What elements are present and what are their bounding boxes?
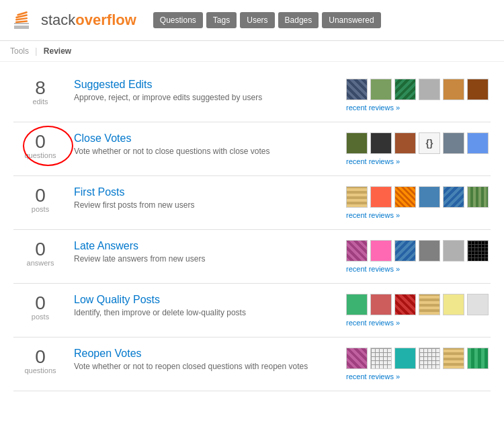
avatar-3-1 <box>370 240 392 262</box>
review-item-reopen-votes: 0questionsReopen VotesVote whether or no… <box>13 337 491 391</box>
nav-btn-badges[interactable]: Badges <box>278 12 319 28</box>
info-col-suggested-edits: Suggested EditsApprove, reject, or impro… <box>67 79 336 102</box>
avatar-1-1 <box>370 132 392 154</box>
avatars-col-first-posts: recent reviews » <box>336 186 491 219</box>
avatar-4-1 <box>370 294 392 315</box>
svg-rect-2 <box>14 28 29 29</box>
main-content: 8editsSuggested EditsApprove, reject, or… <box>0 62 504 398</box>
avatar-4-4 <box>443 294 464 315</box>
avatar-3-2 <box>394 240 416 262</box>
count-label-suggested-edits: edits <box>13 97 67 106</box>
review-desc-reopen-votes: Vote whether or not to reopen closed que… <box>74 362 336 371</box>
count-num-late-answers: 0 <box>35 239 46 260</box>
info-col-reopen-votes: Reopen VotesVote whether or not to reope… <box>67 348 336 371</box>
review-desc-first-posts: Review first posts from new users <box>74 200 336 210</box>
avatar-3-3 <box>419 240 440 262</box>
nav-btn-unanswered[interactable]: Unanswered <box>322 12 380 28</box>
avatar-4-5 <box>467 294 489 315</box>
logo-suffix: overflow <box>75 11 136 28</box>
avatars-col-close-votes: {}recent reviews » <box>336 132 491 165</box>
count-label-first-posts: posts <box>13 205 67 213</box>
count-num-suggested-edits: 8 <box>35 77 46 98</box>
info-col-late-answers: Late AnswersReview late answers from new… <box>67 240 336 264</box>
avatar-4-0 <box>346 294 368 315</box>
avatar-5-5 <box>467 348 489 369</box>
header: stackoverflow QuestionsTagsUsersBadgesUn… <box>0 0 504 41</box>
avatar-0-0 <box>346 79 368 100</box>
nav-btn-questions[interactable]: Questions <box>153 12 203 28</box>
review-item-suggested-edits: 8editsSuggested EditsApprove, reject, or… <box>13 69 491 122</box>
count-col-low-quality-posts: 0posts <box>13 294 67 321</box>
count-num-first-posts: 0 <box>35 185 46 206</box>
count-num-close-votes: 0 <box>35 131 46 152</box>
avatar-row-first-posts <box>346 186 491 208</box>
review-title-first-posts[interactable]: First Posts <box>74 186 125 198</box>
avatars-col-reopen-votes: recent reviews » <box>336 348 491 381</box>
svg-rect-0 <box>14 26 29 28</box>
recent-reviews-close-votes[interactable]: recent reviews » <box>346 157 491 165</box>
info-col-low-quality-posts: Low Quality PostsIdentify, then improve … <box>67 294 336 317</box>
avatar-1-0 <box>346 132 368 154</box>
avatar-1-3: {} <box>419 132 440 154</box>
review-title-suggested-edits[interactable]: Suggested Edits <box>74 79 153 90</box>
logo-icon <box>10 7 37 34</box>
count-num-reopen-votes: 0 <box>35 346 46 367</box>
avatar-2-3 <box>419 186 440 208</box>
avatar-0-4 <box>443 79 464 100</box>
review-title-low-quality-posts[interactable]: Low Quality Posts <box>74 294 160 305</box>
avatar-2-5 <box>467 186 489 208</box>
avatar-2-2 <box>394 186 416 208</box>
count-col-suggested-edits: 8edits <box>13 79 67 106</box>
review-desc-close-votes: Vote whether or not to close questions w… <box>74 147 336 156</box>
review-title-reopen-votes[interactable]: Reopen Votes <box>74 348 142 359</box>
avatar-0-2 <box>394 79 416 100</box>
avatar-row-reopen-votes <box>346 348 491 369</box>
breadcrumb-tools[interactable]: Tools <box>10 46 29 56</box>
avatar-2-4 <box>443 186 464 208</box>
avatar-row-close-votes: {} <box>346 132 491 154</box>
logo-text: stackoverflow <box>41 11 136 29</box>
review-item-first-posts: 0postsFirst PostsReview first posts from… <box>13 176 491 230</box>
review-title-late-answers[interactable]: Late Answers <box>74 240 138 251</box>
review-desc-late-answers: Review late answers from new users <box>74 254 336 264</box>
nav-btn-tags[interactable]: Tags <box>206 12 237 28</box>
recent-reviews-suggested-edits[interactable]: recent reviews » <box>346 104 491 112</box>
avatar-3-0 <box>346 240 368 262</box>
review-title-close-votes[interactable]: Close Votes <box>74 132 131 144</box>
recent-reviews-first-posts[interactable]: recent reviews » <box>346 211 491 219</box>
avatars-col-late-answers: recent reviews » <box>336 240 491 273</box>
logo-prefix: stack <box>41 11 75 28</box>
avatar-0-5 <box>467 79 489 100</box>
count-num-low-quality-posts: 0 <box>35 292 46 313</box>
recent-reviews-late-answers[interactable]: recent reviews » <box>346 265 491 273</box>
nav-buttons: QuestionsTagsUsersBadgesUnanswered <box>150 12 381 28</box>
avatar-1-4 <box>443 132 464 154</box>
nav-btn-users[interactable]: Users <box>240 12 274 28</box>
avatar-0-1 <box>370 79 392 100</box>
count-col-reopen-votes: 0questions <box>13 348 67 374</box>
circled-count: 0 <box>35 132 46 151</box>
count-label-reopen-votes: questions <box>13 366 67 374</box>
count-label-low-quality-posts: posts <box>13 313 67 321</box>
avatar-2-1 <box>370 186 392 208</box>
review-item-close-votes: 0 questionsClose VotesVote whether or no… <box>13 122 491 176</box>
avatar-0-3 <box>419 79 440 100</box>
info-col-first-posts: First PostsReview first posts from new u… <box>67 186 336 210</box>
logo: stackoverflow <box>10 7 136 34</box>
count-label-late-answers: answers <box>13 259 67 267</box>
avatar-row-suggested-edits <box>346 79 491 100</box>
recent-reviews-low-quality-posts[interactable]: recent reviews » <box>346 319 491 327</box>
avatar-5-3 <box>419 348 440 369</box>
avatar-5-4 <box>443 348 464 369</box>
avatar-5-1 <box>370 348 392 369</box>
circle-annotation <box>23 126 73 166</box>
recent-reviews-reopen-votes[interactable]: recent reviews » <box>346 372 491 381</box>
info-col-close-votes: Close VotesVote whether or not to close … <box>67 132 336 156</box>
count-col-first-posts: 0posts <box>13 186 67 213</box>
count-col-late-answers: 0answers <box>13 240 67 267</box>
avatar-3-5 <box>467 240 489 262</box>
count-label-close-votes: questions <box>13 151 67 159</box>
avatar-3-4 <box>443 240 464 262</box>
avatar-4-3 <box>419 294 440 315</box>
svg-rect-3 <box>15 20 28 23</box>
